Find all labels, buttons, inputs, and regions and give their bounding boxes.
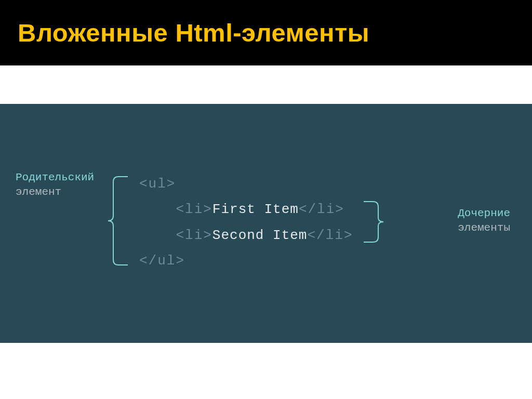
ul-close-tag: </ul> [139, 253, 185, 269]
slide-header: Вложенные Html-элементы [0, 0, 532, 66]
slide-title: Вложенные Html-элементы [18, 18, 369, 47]
parent-element-label: Родительский элемент [16, 170, 94, 200]
child-label-line1: Дочерние [458, 206, 510, 221]
code-panel: Родительский элемент <ul> <li>First Item… [0, 104, 532, 343]
parent-label-line1: Родительский [16, 170, 94, 185]
parent-label-line2: элемент [16, 185, 94, 200]
child-label-line2: элементы [458, 221, 510, 235]
child-elements-label: Дочерние элементы [458, 206, 510, 236]
code-block: <ul> <li>First Item</li> <li>Second Item… [139, 171, 353, 274]
item-2-text: Second Item [212, 228, 308, 243]
parent-bracket-icon [107, 171, 128, 270]
child-bracket-icon [364, 198, 384, 245]
li-close-tag-1: </li> [299, 202, 344, 217]
item-1-text: First Item [212, 202, 299, 217]
li-open-tag-1: <li> [176, 202, 212, 217]
li-open-tag-2: <li> [176, 228, 212, 243]
footer-spacer [0, 343, 532, 399]
slide: Вложенные Html-элементы Родительский эле… [0, 0, 532, 399]
spacer [0, 66, 532, 104]
li-close-tag-2: </li> [307, 228, 353, 243]
ul-open-tag: <ul> [139, 176, 176, 192]
